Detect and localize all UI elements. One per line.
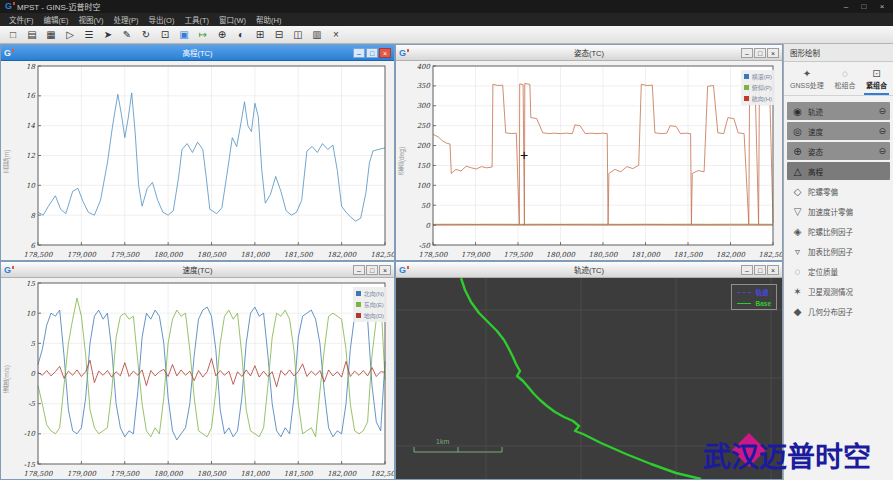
menu-item-1[interactable]: 编辑(E) — [39, 14, 74, 25]
maximize-button[interactable]: □ — [754, 48, 766, 58]
app-close-button[interactable]: × — [876, 2, 888, 11]
minimize-button[interactable]: – — [353, 265, 365, 275]
attitude-window-titlebar[interactable]: G 姿态(TC) – □ × — [396, 45, 782, 61]
menu-item-6[interactable]: 窗口(W) — [214, 14, 251, 25]
collapse-icon[interactable]: ⊖ — [878, 106, 886, 116]
open-file-icon[interactable]: ▤ — [23, 27, 41, 42]
item-label: 加速度计零偏 — [808, 206, 853, 217]
attitude-chart[interactable]: 姿态(deg) 178,500179,000179,500180,000180,… — [396, 61, 782, 260]
velocity-chart[interactable]: 速度(m/s) 178,500179,000179,500180,000180,… — [1, 278, 394, 479]
app-maximize-button[interactable]: □ — [858, 2, 870, 11]
sidebar-item-加速度计零偏[interactable]: ▽加速度计零偏 — [787, 202, 890, 220]
trajectory-window-titlebar[interactable]: G 轨迹(TC) – □ × — [396, 262, 782, 278]
svg-text:181,500: 181,500 — [674, 251, 703, 259]
show-window-icon[interactable]: ▣ — [175, 27, 193, 42]
姿态-icon: ⊕ — [791, 146, 804, 157]
定位质量-icon: ◌ — [791, 266, 804, 277]
window-logo-icon: G — [4, 265, 11, 275]
menu-item-4[interactable]: 导出(O) — [144, 14, 180, 25]
tab-GNSS处理[interactable]: ✦GNSS处理 — [788, 67, 826, 95]
trajectory-chart[interactable]: 1km 轨迹Base — [396, 278, 782, 479]
close-button[interactable]: × — [767, 265, 779, 275]
collapse-icon[interactable]: ⊖ — [878, 146, 886, 156]
trajectory-legend: 轨迹Base — [731, 284, 777, 310]
menu-item-5[interactable]: 工具(T) — [179, 14, 214, 25]
svg-text:182,500: 182,500 — [759, 251, 782, 259]
sidebar-item-陀螺比例因子[interactable]: ◈陀螺比例因子 — [787, 222, 890, 240]
close-button[interactable]: × — [767, 48, 779, 58]
sidebar-item-几何分布因子[interactable]: ◆几何分布因子 — [787, 302, 890, 320]
refresh-icon[interactable]: ↻ — [137, 27, 155, 42]
cascade-windows-icon[interactable]: ◐ — [232, 27, 250, 42]
legend-swatch — [356, 313, 361, 318]
split-vertical-icon[interactable]: ◫ — [289, 27, 307, 42]
tab-松组合[interactable]: ◌松组合 — [832, 67, 857, 95]
sidebar-item-高程[interactable]: △高程 — [787, 162, 890, 180]
window-logo-icon: G — [399, 265, 406, 275]
svg-text:178,500: 178,500 — [24, 251, 53, 259]
split-horizontal-icon[interactable]: ⊟ — [270, 27, 288, 42]
elevation-y-axis-label: 高程(m) — [2, 149, 12, 172]
edit-plot-icon[interactable]: ✎ — [118, 27, 136, 42]
menu-item-7[interactable]: 帮助(H) — [251, 14, 286, 25]
sidebar-item-轨迹[interactable]: ◉轨迹⊖ — [787, 102, 890, 120]
menu-item-2[interactable]: 视图(V) — [74, 14, 109, 25]
sidebar-item-速度[interactable]: ◎速度⊖ — [787, 122, 890, 140]
item-label: 几何分布因子 — [808, 306, 853, 317]
minimize-button[interactable]: – — [353, 48, 365, 58]
svg-text:350: 350 — [417, 82, 431, 90]
velocity-window-titlebar[interactable]: G 速度(TC) – □ × — [1, 262, 394, 278]
close-all-icon[interactable]: × — [327, 27, 345, 42]
tab-label: GNSS处理 — [790, 80, 824, 90]
maximize-button[interactable]: □ — [366, 48, 378, 58]
menu-item-0[interactable]: 文件(F) — [4, 14, 39, 25]
maximize-button[interactable]: □ — [754, 265, 766, 275]
trajectory-plot: 1km — [396, 278, 782, 479]
attitude-y-axis-label: 姿态(deg) — [397, 146, 407, 174]
elevation-window-titlebar[interactable]: G 高程(TC) – □ × — [1, 45, 394, 61]
app-minimize-button[interactable]: – — [840, 2, 852, 11]
menu-item-3[interactable]: 处理(P) — [109, 14, 144, 25]
minimize-button[interactable]: – — [741, 48, 753, 58]
close-button[interactable]: × — [379, 265, 391, 275]
legend-entry: 北向(N) — [356, 289, 384, 298]
legend-label: 地向(D) — [364, 311, 384, 320]
svg-text:8: 8 — [31, 212, 36, 220]
velocity-plot: 178,500179,000179,500180,000180,500181,0… — [1, 278, 394, 479]
卫星观测情况-icon: ✶ — [791, 286, 804, 297]
sidebar-item-加表比例因子[interactable]: ▿加表比例因子 — [787, 242, 890, 260]
send-plan-icon[interactable]: ➤ — [99, 27, 117, 42]
legend-label: Base — [755, 300, 771, 307]
select-region-icon[interactable]: ⊡ — [156, 27, 174, 42]
sidebar-item-姿态[interactable]: ⊕姿态⊖ — [787, 142, 890, 160]
tab-label: 松组合 — [834, 80, 855, 90]
run-file-icon[interactable]: ▷ — [61, 27, 79, 42]
tile-windows-icon[interactable]: ⊞ — [251, 27, 269, 42]
attitude-legend: 横滚(R)俯仰(P)航向(H) — [741, 70, 775, 105]
item-label: 加表比例因子 — [808, 246, 853, 257]
svg-text:179,500: 179,500 — [504, 251, 533, 259]
new-file-icon[interactable]: □ — [4, 27, 22, 42]
svg-text:300: 300 — [417, 102, 431, 110]
task-list-icon[interactable]: ☰ — [80, 27, 98, 42]
app-logo-icon: G — [5, 1, 12, 12]
app-titlebar[interactable]: G MPST - GINS-迈普时空 –□× — [0, 0, 893, 13]
item-label: 高程 — [808, 166, 823, 177]
close-button[interactable]: × — [379, 48, 391, 58]
sidebar-item-陀螺零偏[interactable]: ◇陀螺零偏 — [787, 182, 890, 200]
arrange-windows-icon[interactable]: ▥ — [308, 27, 326, 42]
elevation-chart[interactable]: 高程(m) 178,500179,000179,500180,000180,50… — [1, 61, 394, 260]
sidebar-item-卫星观测情况[interactable]: ✶卫星观测情况 — [787, 282, 890, 300]
minimize-button[interactable]: – — [741, 265, 753, 275]
report-file-icon[interactable]: ▦ — [42, 27, 60, 42]
svg-text:181,000: 181,000 — [240, 470, 269, 478]
export-data-icon[interactable]: ↦ — [194, 27, 212, 42]
collapse-icon[interactable]: ⊖ — [878, 126, 886, 136]
crosshair-cursor: + — [520, 147, 528, 163]
google-earth-icon[interactable]: ⊕ — [213, 27, 231, 42]
legend-label: 北向(N) — [364, 289, 384, 298]
maximize-button[interactable]: □ — [366, 265, 378, 275]
tab-紧组合[interactable]: ⊡紧组合 — [864, 67, 889, 95]
svg-text:6: 6 — [31, 242, 36, 250]
sidebar-item-定位质量[interactable]: ◌定位质量 — [787, 262, 890, 280]
